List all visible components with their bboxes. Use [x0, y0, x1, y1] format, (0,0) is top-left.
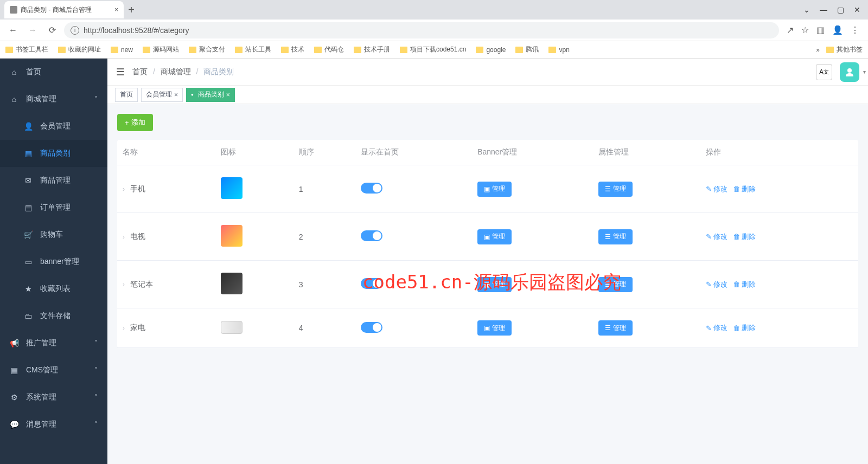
- table-row: ›笔记本3▣管理☰管理✎修改🗑删除: [117, 261, 858, 308]
- bookmark-item[interactable]: google: [476, 46, 506, 54]
- other-bookmarks[interactable]: 其他书签: [826, 45, 863, 54]
- bookmark-item[interactable]: 代码仓: [314, 45, 344, 54]
- sidebar-subitem[interactable]: ✉商品管理: [0, 167, 107, 194]
- folder-icon: [235, 47, 242, 53]
- profile-icon[interactable]: 👤: [832, 25, 843, 35]
- chevron-down-icon: ˅: [94, 366, 98, 374]
- close-tag-icon[interactable]: ×: [226, 91, 230, 99]
- category-thumb: [221, 273, 242, 294]
- chevron-down-icon[interactable]: ⌄: [803, 5, 810, 14]
- edit-link[interactable]: ✎修改: [706, 232, 727, 242]
- trash-icon: 🗑: [733, 233, 740, 241]
- forward-button[interactable]: →: [25, 23, 40, 38]
- user-avatar[interactable]: [840, 62, 859, 82]
- edit-link[interactable]: ✎修改: [706, 280, 727, 289]
- banner-manage-button[interactable]: ▣管理: [477, 182, 512, 197]
- sidebar-subitem[interactable]: ▦商品类别: [0, 140, 107, 167]
- th-icon: 图标: [215, 140, 293, 165]
- breadcrumb-current: 商品类别: [203, 67, 234, 76]
- bookmark-item[interactable]: new: [111, 46, 133, 54]
- show-home-switch[interactable]: [361, 183, 382, 194]
- bookmark-item[interactable]: 站长工具: [235, 45, 271, 54]
- banner-manage-button[interactable]: ▣管理: [477, 320, 512, 336]
- row-name: 手机: [130, 184, 145, 193]
- site-info-icon[interactable]: i: [71, 26, 79, 35]
- th-banner: Banner管理: [472, 140, 592, 165]
- url-text: http://localhost:9528/#/category: [84, 26, 189, 35]
- sidebar-subitem[interactable]: 🛒购物车: [0, 221, 107, 248]
- view-tag[interactable]: 会员管理×: [141, 88, 183, 102]
- menu-icon: 💬: [10, 420, 18, 429]
- bookmark-item[interactable]: 源码网站: [143, 45, 179, 54]
- svg-point-0: [847, 68, 852, 73]
- row-name: 笔记本: [130, 280, 153, 288]
- breadcrumb-level1[interactable]: 商城管理: [161, 67, 191, 76]
- attr-manage-button[interactable]: ☰管理: [598, 277, 633, 292]
- star-icon[interactable]: ☆: [801, 25, 809, 35]
- sidebar-subitem[interactable]: 👤会员管理: [0, 113, 107, 140]
- bookmark-item[interactable]: 技术手册: [354, 45, 390, 54]
- sidebar-item[interactable]: 📢推广管理˅: [0, 330, 107, 357]
- maximize-icon[interactable]: ▢: [837, 5, 844, 14]
- view-tag[interactable]: 商品类别×: [186, 88, 235, 102]
- bookmark-item[interactable]: 腾讯: [515, 45, 539, 54]
- bookmark-item[interactable]: vpn: [548, 46, 569, 54]
- edit-link[interactable]: ✎修改: [706, 184, 727, 194]
- share-icon[interactable]: ↗: [787, 25, 794, 35]
- sidebar-item[interactable]: ▤CMS管理˅: [0, 357, 107, 384]
- delete-link[interactable]: 🗑删除: [733, 323, 756, 333]
- bookmarks-overflow[interactable]: »: [816, 46, 820, 54]
- bookmark-item[interactable]: 技术: [281, 45, 304, 54]
- expand-row-icon[interactable]: ›: [123, 281, 125, 288]
- banner-manage-button[interactable]: ▣管理: [477, 277, 512, 292]
- trash-icon: 🗑: [733, 324, 740, 332]
- delete-link[interactable]: 🗑删除: [733, 184, 756, 194]
- sidebar-subitem[interactable]: ▤订单管理: [0, 194, 107, 221]
- breadcrumb-home[interactable]: 首页: [132, 67, 148, 76]
- sidebar-item[interactable]: ⚙系统管理˅: [0, 384, 107, 411]
- list-icon: ☰: [605, 324, 611, 332]
- bookmark-item[interactable]: 收藏的网址: [58, 45, 101, 54]
- new-tab-button[interactable]: +: [124, 2, 139, 17]
- attr-manage-button[interactable]: ☰管理: [598, 229, 633, 244]
- sidebar-item[interactable]: 💬消息管理˅: [0, 411, 107, 438]
- close-window-icon[interactable]: ✕: [854, 5, 860, 14]
- row-order: 1: [293, 165, 356, 213]
- attr-manage-button[interactable]: ☰管理: [598, 320, 633, 336]
- expand-row-icon[interactable]: ›: [123, 233, 125, 241]
- hamburger-icon[interactable]: ☰: [116, 66, 125, 78]
- sidebar-item[interactable]: ⌂首页: [0, 59, 107, 86]
- bookmark-item[interactable]: 项目下载code51.cn: [400, 45, 466, 54]
- menu-icon[interactable]: ⋮: [851, 25, 859, 35]
- delete-link[interactable]: 🗑删除: [733, 232, 756, 242]
- banner-manage-button[interactable]: ▣管理: [477, 229, 512, 244]
- attr-manage-button[interactable]: ☰管理: [598, 182, 633, 197]
- tab-close-icon[interactable]: ×: [114, 6, 118, 14]
- extensions-icon[interactable]: ▥: [816, 25, 825, 35]
- delete-link[interactable]: 🗑删除: [733, 280, 756, 289]
- expand-row-icon[interactable]: ›: [123, 185, 125, 193]
- language-button[interactable]: A文: [816, 64, 832, 80]
- bookmark-item[interactable]: 书签工具栏: [5, 45, 48, 54]
- expand-row-icon[interactable]: ›: [123, 324, 125, 332]
- view-tag[interactable]: 首页: [115, 88, 138, 102]
- edit-link[interactable]: ✎修改: [706, 323, 727, 333]
- folder-icon: [314, 47, 322, 53]
- address-bar[interactable]: i http://localhost:9528/#/category: [64, 22, 779, 38]
- add-button[interactable]: + 添加: [117, 114, 153, 131]
- reload-button[interactable]: ⟳: [44, 23, 60, 38]
- show-home-switch[interactable]: [361, 278, 382, 289]
- chevron-down-icon: ˅: [94, 339, 98, 347]
- browser-tab[interactable]: 商品类别 - 商城后台管理 ×: [4, 1, 124, 18]
- sidebar-subitem[interactable]: ★收藏列表: [0, 275, 107, 302]
- bookmark-item[interactable]: 聚合支付: [189, 45, 225, 54]
- sidebar-item[interactable]: ⌂商城管理˄: [0, 86, 107, 113]
- edit-icon: ✎: [706, 280, 712, 288]
- minimize-icon[interactable]: —: [820, 5, 827, 14]
- back-button[interactable]: ←: [5, 23, 21, 38]
- sidebar-subitem[interactable]: 🗀文件存储: [0, 302, 107, 330]
- sidebar-subitem[interactable]: ▭banner管理: [0, 248, 107, 275]
- show-home-switch[interactable]: [361, 322, 382, 333]
- show-home-switch[interactable]: [361, 230, 382, 241]
- close-tag-icon[interactable]: ×: [174, 91, 178, 99]
